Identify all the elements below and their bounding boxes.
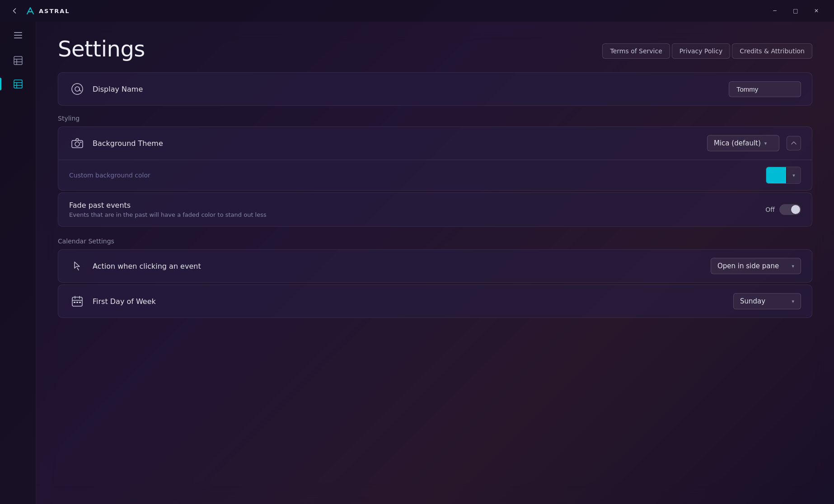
maximize-button[interactable]: □ (785, 4, 806, 18)
bg-theme-selected: Mica (default) (714, 139, 761, 147)
action-event-selected: Open in side pane (717, 262, 779, 270)
display-name-card: Display Name (58, 72, 812, 106)
calendar-svg (71, 295, 83, 307)
app-name: ASTRAL (39, 8, 70, 14)
svg-rect-20 (74, 302, 75, 303)
camera-icon (69, 135, 85, 151)
background-theme-card: Background Theme Mica (default) ▾ (58, 126, 812, 191)
display-name-icon (69, 81, 85, 97)
action-event-dropdown-arrow: ▾ (792, 263, 794, 269)
action-event-row: Action when clicking an event Open in si… (58, 250, 812, 282)
display-name-input[interactable] (729, 81, 801, 97)
chevron-up-icon (791, 140, 797, 146)
minimize-button[interactable]: ─ (764, 4, 785, 18)
titlebar: ASTRAL ─ □ ✕ (0, 0, 834, 22)
svg-point-12 (75, 87, 80, 91)
toggle-state-label: Off (765, 206, 775, 213)
settings-header: Settings Terms of Service Privacy Policy… (36, 22, 834, 72)
bg-theme-expand-button[interactable] (787, 136, 801, 150)
credits-attribution-link[interactable]: Credits & Attribution (732, 43, 812, 59)
close-button[interactable]: ✕ (806, 4, 827, 18)
first-day-dropdown[interactable]: Sunday ▾ (733, 293, 801, 309)
table-icon-2 (13, 79, 23, 89)
svg-rect-22 (79, 302, 81, 303)
bg-theme-dropdown-arrow: ▾ (764, 140, 767, 146)
bg-theme-control: Mica (default) ▾ (707, 135, 801, 151)
calendar-section-label: Calendar Settings (58, 238, 812, 245)
main-content: Settings Terms of Service Privacy Policy… (36, 22, 834, 504)
display-name-control (729, 81, 801, 97)
page-title: Settings (58, 36, 602, 61)
svg-point-15 (80, 142, 82, 143)
table-icon-1 (13, 56, 23, 65)
app-logo: ASTRAL (25, 6, 70, 16)
custom-bg-color-row: Custom background color ▾ (58, 160, 812, 190)
color-swatch[interactable] (766, 167, 786, 183)
camera-svg (71, 138, 83, 149)
terms-of-service-link[interactable]: Terms of Service (602, 43, 670, 59)
svg-rect-0 (14, 32, 22, 33)
svg-point-11 (72, 84, 83, 94)
first-day-control: Sunday ▾ (733, 293, 801, 309)
sidebar-item-table1[interactable] (6, 51, 30, 70)
action-event-label: Action when clicking an event (93, 262, 711, 271)
fade-past-events-card: Fade past events Events that are in the … (58, 192, 812, 227)
styling-section-label: Styling (58, 115, 812, 122)
fade-past-events-row: Fade past events Events that are in the … (58, 193, 812, 226)
first-day-selected: Sunday (740, 297, 765, 305)
color-dropdown-button[interactable]: ▾ (787, 167, 801, 183)
calendar-icon (69, 293, 85, 309)
custom-bg-color-label: Custom background color (69, 172, 766, 179)
back-button[interactable] (7, 4, 22, 18)
display-name-row: Display Name (58, 73, 812, 105)
bg-theme-dropdown[interactable]: Mica (default) ▾ (707, 135, 779, 151)
svg-rect-3 (14, 56, 22, 65)
action-event-control: Open in side pane ▾ (711, 258, 801, 274)
first-day-info: First Day of Week (93, 297, 733, 306)
fade-past-events-info: Fade past events Events that are in the … (69, 201, 765, 218)
display-name-label: Display Name (93, 85, 729, 93)
hamburger-icon (14, 32, 22, 38)
cursor-svg (71, 260, 83, 272)
cursor-icon (69, 258, 85, 274)
toggle-thumb (791, 205, 800, 214)
privacy-policy-link[interactable]: Privacy Policy (672, 43, 730, 59)
at-icon (71, 83, 84, 95)
action-event-info: Action when clicking an event (93, 262, 711, 271)
action-event-card: Action when clicking an event Open in si… (58, 249, 812, 283)
sidebar (0, 22, 36, 504)
display-name-info: Display Name (93, 85, 729, 93)
fade-past-events-description: Events that are in the past will have a … (69, 211, 765, 218)
svg-rect-7 (14, 80, 22, 88)
sidebar-menu-button[interactable] (8, 27, 28, 43)
window-controls: ─ □ ✕ (764, 4, 827, 18)
svg-point-14 (75, 142, 80, 146)
header-links: Terms of Service Privacy Policy Credits … (602, 43, 812, 59)
background-theme-row: Background Theme Mica (default) ▾ (58, 127, 812, 160)
first-day-card: First Day of Week Sunday ▾ (58, 285, 812, 318)
logo-icon (25, 6, 35, 16)
svg-rect-21 (76, 302, 78, 303)
fade-past-events-label: Fade past events (69, 201, 765, 210)
color-swatch-wrapper[interactable]: ▾ (766, 167, 801, 184)
svg-rect-2 (14, 37, 22, 38)
action-event-dropdown[interactable]: Open in side pane ▾ (711, 258, 801, 274)
bg-theme-label: Background Theme (93, 139, 707, 148)
settings-scroll-area[interactable]: Display Name Styling (36, 72, 834, 504)
fade-past-events-toggle[interactable] (779, 204, 801, 215)
first-day-label: First Day of Week (93, 297, 733, 306)
app-body: Settings Terms of Service Privacy Policy… (0, 22, 834, 504)
fade-past-events-control: Off (765, 204, 801, 215)
first-day-row: First Day of Week Sunday ▾ (58, 285, 812, 317)
bg-theme-info: Background Theme (93, 139, 707, 148)
first-day-dropdown-arrow: ▾ (792, 299, 794, 304)
svg-rect-1 (14, 35, 22, 36)
sidebar-item-table2[interactable] (6, 74, 30, 94)
